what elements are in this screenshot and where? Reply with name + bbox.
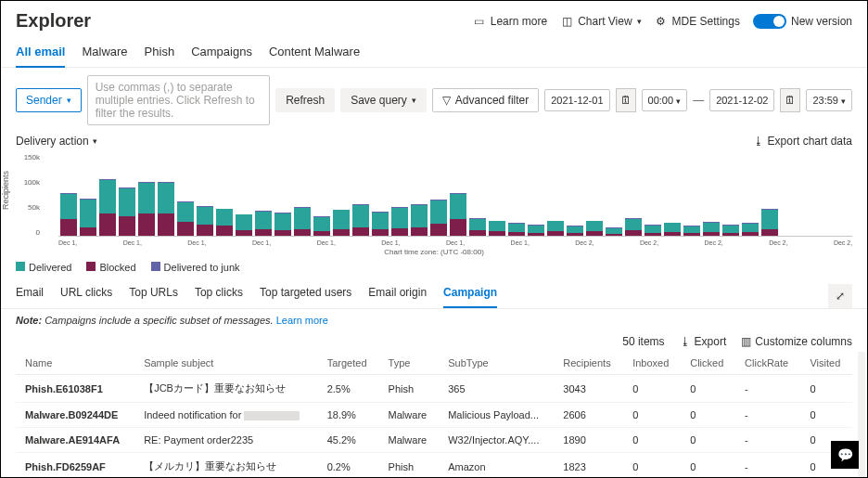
- subtab-top-urls[interactable]: Top URLs: [129, 286, 178, 306]
- chart-bar[interactable]: [333, 210, 350, 236]
- cell: 0: [623, 375, 681, 403]
- tab-malware[interactable]: Malware: [82, 39, 127, 67]
- subtab-email-origin[interactable]: Email origin: [368, 286, 427, 306]
- save-query-button[interactable]: Save query▾: [340, 88, 427, 112]
- cell: -: [735, 375, 800, 403]
- chart-bar[interactable]: [274, 213, 291, 236]
- col-targeted[interactable]: Targeted: [318, 352, 379, 375]
- note-learn-more-link[interactable]: Learn more: [276, 315, 328, 326]
- refresh-button[interactable]: Refresh: [275, 88, 335, 112]
- scrollbar[interactable]: [858, 352, 865, 478]
- col-visited[interactable]: Visited: [800, 352, 852, 375]
- export-chart-link[interactable]: ⭳ Export chart data: [753, 135, 852, 148]
- save-query-label: Save query: [351, 94, 407, 107]
- cell: 1823: [554, 453, 623, 478]
- customize-columns-link[interactable]: ▥ Customize columns: [741, 335, 852, 348]
- chart-bar[interactable]: [177, 201, 194, 236]
- col-recipients[interactable]: Recipients: [554, 352, 623, 375]
- chart-bar[interactable]: [430, 200, 447, 236]
- feedback-button[interactable]: 💬: [831, 441, 859, 469]
- chart-bar[interactable]: [742, 223, 759, 236]
- chart-view-dropdown[interactable]: ◫Chart View▾: [560, 15, 641, 28]
- chart-bar[interactable]: [722, 225, 739, 236]
- subtab-top-targeted-users[interactable]: Top targeted users: [260, 286, 351, 306]
- chart-bar[interactable]: [489, 221, 505, 236]
- chart-bar[interactable]: [606, 227, 622, 236]
- subtab-campaign[interactable]: Campaign: [443, 286, 497, 308]
- chart-bar[interactable]: [761, 209, 778, 236]
- chart-bar[interactable]: [119, 187, 135, 236]
- col-sample subject[interactable]: Sample subject: [134, 352, 318, 375]
- chart-bar[interactable]: [508, 223, 525, 236]
- table-row[interactable]: Phish.E61038F1【JCBカード】重要なお知らせ2.5%Phish36…: [16, 375, 852, 403]
- end-time-label: 23:59: [812, 95, 838, 106]
- learn-more-link[interactable]: ▭Learn more: [473, 15, 547, 28]
- chart-bar[interactable]: [99, 179, 116, 236]
- chart-bar[interactable]: [80, 199, 96, 236]
- subtab-email[interactable]: Email: [16, 286, 44, 306]
- end-date-input[interactable]: 2021-12-02: [709, 89, 774, 111]
- start-time-input[interactable]: 00:00 ▾: [642, 89, 688, 111]
- chart-bar[interactable]: [158, 182, 174, 236]
- chart-bar[interactable]: [138, 182, 155, 236]
- col-clicked[interactable]: Clicked: [681, 352, 735, 375]
- chart-bar[interactable]: [645, 225, 661, 236]
- chart-bar[interactable]: [216, 209, 233, 236]
- x-axis-ticks: Dec 1, 2021 1:00 AMDec 1, 2021 4:00 AMDe…: [58, 237, 852, 246]
- chart-bar[interactable]: [372, 212, 389, 236]
- legend-junk: Delivered to junk: [151, 262, 240, 273]
- chart-bar[interactable]: [411, 204, 428, 236]
- chart-bar[interactable]: [255, 211, 272, 236]
- subtab-top-clicks[interactable]: Top clicks: [195, 286, 243, 306]
- chart-bar[interactable]: [236, 214, 252, 236]
- chart-bar[interactable]: [567, 226, 583, 236]
- calendar-icon[interactable]: 🗓: [616, 88, 636, 112]
- tab-all-email[interactable]: All email: [16, 39, 65, 68]
- calendar-icon[interactable]: 🗓: [780, 88, 800, 112]
- chart-bar[interactable]: [625, 218, 642, 236]
- mde-settings-link[interactable]: ⚙MDE Settings: [655, 15, 740, 28]
- col-clickrate[interactable]: ClickRate: [735, 352, 800, 375]
- export-table-link[interactable]: ⭳ Export: [680, 335, 727, 348]
- advanced-filter-button[interactable]: ▽Advanced filter: [432, 88, 539, 112]
- chart-bar[interactable]: [683, 226, 700, 236]
- chart-bar[interactable]: [664, 223, 681, 236]
- tab-campaigns[interactable]: Campaigns: [191, 39, 252, 67]
- toggle-switch-icon[interactable]: [753, 14, 786, 29]
- chart-bar[interactable]: [469, 218, 486, 236]
- table-row[interactable]: Malware.AE914AFARE: Payment order223545.…: [16, 428, 852, 453]
- expand-button[interactable]: ⤢: [828, 284, 852, 308]
- col-type[interactable]: Type: [379, 352, 440, 375]
- chevron-down-icon: ▾: [676, 97, 681, 106]
- chart-bar[interactable]: [313, 216, 330, 236]
- delivery-action-dropdown[interactable]: Delivery action ▾: [16, 135, 97, 148]
- chart-bar[interactable]: [547, 221, 564, 236]
- col-name[interactable]: Name: [16, 352, 134, 375]
- tab-phish[interactable]: Phish: [145, 39, 175, 67]
- table-header-row: NameSample subjectTargetedTypeSubTypeRec…: [16, 352, 852, 375]
- tab-content-malware[interactable]: Content Malware: [269, 39, 360, 67]
- chart-bar[interactable]: [391, 207, 408, 236]
- chart-bar[interactable]: [703, 222, 720, 236]
- table-row[interactable]: Malware.B09244DEIndeed notification for …: [16, 403, 852, 428]
- chart-bar[interactable]: [294, 207, 311, 236]
- chart-bar[interactable]: [60, 193, 77, 236]
- chart-bar[interactable]: [528, 225, 544, 236]
- start-date-input[interactable]: 2021-12-01: [544, 89, 609, 111]
- col-subtype[interactable]: SubType: [439, 352, 554, 375]
- new-version-toggle[interactable]: New version: [753, 14, 852, 29]
- cell: Malicious Payload...: [439, 403, 554, 428]
- cell: 0: [681, 403, 735, 428]
- col-inboxed[interactable]: Inboxed: [623, 352, 681, 375]
- new-version-label: New version: [791, 15, 852, 28]
- end-time-input[interactable]: 23:59 ▾: [806, 89, 852, 111]
- chart-bar[interactable]: [352, 204, 369, 236]
- chart-bar[interactable]: [197, 206, 213, 236]
- subtab-url-clicks[interactable]: URL clicks: [60, 286, 112, 306]
- chart-bar[interactable]: [586, 221, 603, 236]
- filter-input[interactable]: Use commas (,) to separate multiple entr…: [87, 75, 270, 125]
- table-row[interactable]: Phish.FD6259AF【メルカリ】重要なお知らせ0.2%PhishAmaz…: [16, 453, 852, 478]
- legend-delivered-label: Delivered: [29, 262, 71, 273]
- chart-bar[interactable]: [450, 193, 466, 236]
- sender-filter-dropdown[interactable]: Sender▾: [16, 88, 82, 112]
